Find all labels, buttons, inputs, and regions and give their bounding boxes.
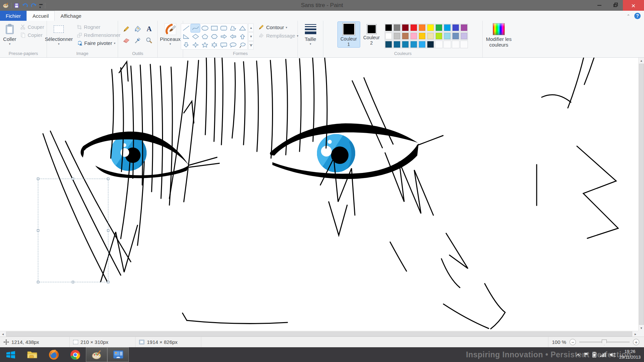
shape-right-triangle[interactable]: [181, 33, 191, 41]
drawing-canvas[interactable]: [0, 58, 638, 331]
palette-swatch-1-2[interactable]: [401, 32, 409, 40]
resize-button[interactable]: Redimensionner: [75, 32, 122, 38]
palette-swatch-2-2[interactable]: [401, 41, 409, 48]
selection-handle-nw[interactable]: [37, 178, 39, 180]
palette-swatch-0-2[interactable]: [401, 24, 409, 32]
fill-tool[interactable]: [133, 24, 143, 34]
palette-swatch-0-9[interactable]: [460, 24, 468, 32]
zoom-slider-thumb[interactable]: [602, 340, 607, 345]
shape-arrow-right[interactable]: [219, 33, 228, 41]
undo-icon[interactable]: [22, 3, 28, 8]
scroll-up-icon[interactable]: ▴: [639, 58, 644, 63]
selection-handle-se[interactable]: [107, 281, 109, 283]
palette-swatch-1-4[interactable]: [418, 32, 426, 40]
magnifier-tool[interactable]: [144, 35, 154, 45]
palette-swatch-1-7[interactable]: [443, 32, 451, 40]
palette-swatch-0-6[interactable]: [435, 24, 443, 32]
color-picker-tool[interactable]: [133, 35, 143, 45]
palette-swatch-0-5[interactable]: [427, 24, 434, 32]
taskbar-explorer-button[interactable]: [21, 347, 43, 362]
shapes-scroll-down[interactable]: ▼: [248, 32, 254, 41]
selection-handle-n[interactable]: [72, 178, 74, 180]
redo-icon[interactable]: [31, 3, 37, 8]
qat-customize-icon[interactable]: ▬▾: [39, 2, 43, 9]
outline-button[interactable]: Contour ▾: [257, 24, 300, 31]
taskbar-app-button[interactable]: [107, 347, 129, 362]
shape-arrow-left[interactable]: [228, 33, 237, 41]
shape-polygon[interactable]: [228, 24, 237, 32]
shape-star-4[interactable]: [191, 41, 200, 49]
shapes-scroll-up[interactable]: ▲: [248, 23, 254, 32]
shape-callout-oval[interactable]: [228, 41, 237, 49]
action-center-flag-icon[interactable]: [584, 352, 589, 357]
selection-box[interactable]: [38, 179, 108, 282]
shape-line[interactable]: [181, 24, 191, 32]
tab-fichier[interactable]: Fichier: [0, 11, 26, 21]
shape-ellipse[interactable]: [200, 24, 209, 32]
shape-curve[interactable]: [191, 24, 200, 32]
paste-button[interactable]: Coller ▾: [1, 22, 18, 46]
cut-button[interactable]: Couper: [19, 24, 45, 30]
color1-button[interactable]: Couleur1: [338, 22, 360, 47]
shape-arrow-down[interactable]: [181, 41, 191, 49]
restore-button[interactable]: [607, 0, 623, 11]
horizontal-scroll-thumb[interactable]: [6, 331, 632, 337]
shape-star-5[interactable]: [200, 41, 209, 49]
shape-callout-cloud[interactable]: [238, 41, 247, 49]
scroll-right-icon[interactable]: ▸: [633, 331, 638, 337]
palette-swatch-0-4[interactable]: [418, 24, 426, 32]
selection-handle-w[interactable]: [37, 229, 39, 232]
tab-accueil[interactable]: Accueil: [26, 11, 55, 21]
text-tool[interactable]: A: [144, 24, 154, 34]
taskbar-chrome-button[interactable]: [64, 347, 86, 362]
horizontal-scrollbar[interactable]: ◂ ▸: [0, 331, 638, 337]
taskbar-paint-button[interactable]: [86, 347, 107, 362]
tab-affichage[interactable]: Affichage: [55, 11, 87, 21]
zoom-slider[interactable]: [579, 342, 630, 343]
palette-swatch-1-0[interactable]: [385, 32, 392, 40]
palette-swatch-1-9[interactable]: [460, 32, 468, 40]
palette-swatch-2-8[interactable]: [452, 41, 460, 48]
palette-swatch-2-1[interactable]: [393, 41, 401, 48]
shape-hexagon[interactable]: [210, 33, 219, 41]
battery-icon[interactable]: [592, 352, 596, 358]
rotate-button[interactable]: Faire pivoter ▾: [75, 40, 122, 46]
palette-swatch-1-3[interactable]: [410, 32, 418, 40]
shape-callout-rounded[interactable]: [219, 41, 228, 49]
selection-handle-s[interactable]: [72, 281, 74, 283]
copy-button[interactable]: Copier: [19, 32, 45, 38]
color2-button[interactable]: Couleur2: [361, 22, 383, 46]
shape-diamond[interactable]: [191, 33, 200, 41]
palette-swatch-1-8[interactable]: [452, 32, 460, 40]
palette-swatch-2-3[interactable]: [410, 41, 418, 48]
fill-shape-button[interactable]: Remplissage ▾: [257, 32, 300, 39]
pencil-tool[interactable]: [121, 24, 131, 34]
shape-arrow-up[interactable]: [238, 33, 247, 41]
palette-swatch-0-0[interactable]: [385, 24, 392, 32]
tray-clock[interactable]: 19:26 29/11/2013: [619, 349, 641, 360]
size-button[interactable]: Taille ▾: [303, 22, 318, 46]
collapse-ribbon-icon[interactable]: ⌃: [627, 14, 630, 18]
save-icon[interactable]: [14, 3, 19, 8]
network-signal-icon[interactable]: [600, 352, 606, 357]
palette-swatch-2-6[interactable]: [435, 41, 443, 48]
scroll-left-icon[interactable]: ◂: [0, 331, 6, 337]
palette-swatch-0-3[interactable]: [410, 24, 418, 32]
tray-chevron-icon[interactable]: [576, 353, 580, 356]
scroll-down-icon[interactable]: ▾: [639, 325, 644, 331]
shape-rectangle[interactable]: [210, 24, 219, 32]
selection-handle-ne[interactable]: [107, 178, 109, 180]
palette-swatch-2-0[interactable]: [385, 41, 392, 48]
palette-swatch-2-4[interactable]: [418, 41, 426, 48]
zoom-in-button[interactable]: +: [633, 339, 639, 345]
selection-handle-e[interactable]: [107, 229, 109, 232]
palette-swatch-1-1[interactable]: [393, 32, 401, 40]
brushes-button[interactable]: Pinceaux ▾: [158, 22, 183, 46]
minimize-button[interactable]: [591, 0, 607, 11]
shape-pentagon[interactable]: [200, 33, 209, 41]
help-icon[interactable]: ?: [634, 13, 641, 19]
palette-swatch-2-7[interactable]: [443, 41, 451, 48]
palette-swatch-0-8[interactable]: [452, 24, 460, 32]
selection-handle-sw[interactable]: [37, 281, 39, 283]
crop-button[interactable]: Rogner: [75, 24, 122, 30]
